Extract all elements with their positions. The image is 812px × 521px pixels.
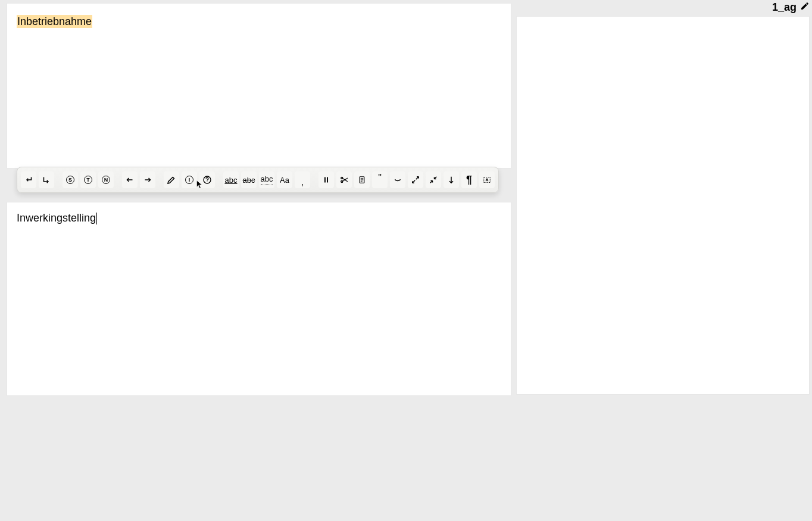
target-segment-text: Inwerkingstelling (17, 212, 96, 224)
document-icon[interactable] (354, 171, 370, 188)
circle-n-icon[interactable]: N (98, 171, 114, 188)
move-down-right-icon[interactable] (39, 171, 54, 188)
enter-icon[interactable] (21, 171, 36, 188)
arrow-left-icon[interactable] (122, 171, 138, 188)
pilcrow-button[interactable]: ¶ (461, 171, 477, 188)
character-box-icon[interactable] (479, 171, 495, 188)
svg-point-5 (341, 181, 343, 183)
abc-dotted-underline-button[interactable]: abc (259, 171, 274, 188)
notes-panel-body[interactable] (516, 16, 810, 395)
source-panel: Inbetriebnahme (7, 3, 511, 169)
aa-case-button[interactable]: Aa (277, 171, 292, 188)
quote-button[interactable]: " (372, 171, 388, 188)
notes-title-text: 1_ag (772, 1, 797, 14)
expand-icon[interactable] (408, 171, 423, 188)
breve-icon[interactable] (390, 171, 405, 188)
comma-button[interactable]: , (295, 171, 310, 188)
circle-t-icon[interactable]: T (80, 171, 96, 188)
abc-strikethrough-button[interactable]: abc (241, 171, 257, 188)
svg-point-1 (207, 182, 207, 182)
scissors-icon[interactable] (336, 171, 352, 188)
svg-rect-7 (484, 177, 491, 183)
notes-panel-title: 1_ag (772, 1, 810, 14)
abc-underline-button[interactable]: abc (223, 171, 239, 188)
svg-rect-2 (324, 177, 326, 183)
target-panel[interactable]: Inwerkingstelling (7, 202, 511, 396)
edit-pencil-icon[interactable] (164, 171, 179, 188)
svg-point-4 (341, 177, 343, 179)
text-caret (96, 213, 97, 224)
pause-icon[interactable] (318, 171, 334, 188)
circle-question-icon[interactable] (199, 171, 215, 188)
edit-icon[interactable] (800, 1, 810, 14)
collapse-icon[interactable] (426, 171, 441, 188)
arrow-down-icon[interactable] (444, 171, 459, 188)
arrow-right-icon[interactable] (140, 171, 155, 188)
circle-i-icon[interactable]: I (182, 171, 197, 188)
circle-s-icon[interactable]: S (63, 171, 78, 188)
editor-toolbar: S T N I (17, 167, 499, 193)
source-segment-text[interactable]: Inbetriebnahme (17, 15, 92, 28)
svg-rect-3 (327, 177, 328, 183)
